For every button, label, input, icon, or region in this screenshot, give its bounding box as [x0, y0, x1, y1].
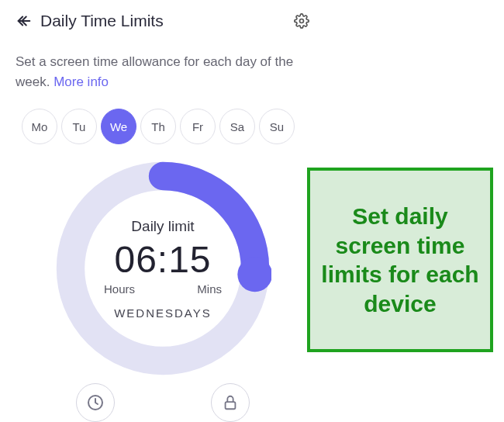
- time-units-row: Hours Mins: [93, 282, 233, 296]
- day-button-th[interactable]: Th: [140, 109, 176, 144]
- time-limit-dial[interactable]: Daily limit 06:15 Hours Mins WEDNESDAYS: [54, 160, 271, 377]
- mins-label: Mins: [197, 282, 222, 296]
- day-selector-row: MoTuWeThFrSaSu: [16, 109, 310, 144]
- day-button-fr[interactable]: Fr: [180, 109, 216, 144]
- daily-limit-label: Daily limit: [93, 218, 233, 235]
- app-screen: Daily Time Limits Set a screen time allo…: [0, 0, 326, 422]
- back-arrow-icon[interactable]: [16, 12, 33, 29]
- block-all-day-button[interactable]: Block all day: [198, 383, 263, 422]
- clock-icon: [76, 383, 115, 422]
- settings-gear-icon[interactable]: [293, 12, 310, 29]
- quick-actions-row: Allow all day Block all day: [16, 383, 310, 422]
- day-button-tu[interactable]: Tu: [61, 109, 97, 144]
- more-info-link[interactable]: More info: [54, 74, 109, 89]
- annotation-callout: Set daily screen time limits for each de…: [307, 168, 493, 352]
- page-title: Daily Time Limits: [40, 12, 293, 30]
- daily-limit-time: 06:15: [93, 238, 233, 281]
- day-button-mo[interactable]: Mo: [22, 109, 57, 144]
- callout-text: Set daily screen time limits for each de…: [321, 202, 479, 318]
- day-button-su[interactable]: Su: [259, 109, 295, 144]
- allow-all-day-button[interactable]: Allow all day: [63, 383, 127, 422]
- day-button-we[interactable]: We: [101, 109, 136, 144]
- svg-point-2: [300, 19, 304, 23]
- selected-day-name: WEDNESDAYS: [93, 306, 233, 320]
- description-text: Set a screen time allowance for each day…: [16, 52, 310, 92]
- svg-rect-7: [225, 402, 235, 409]
- lock-icon: [211, 383, 250, 422]
- svg-point-5: [237, 257, 271, 292]
- dial-center-readout: Daily limit 06:15 Hours Mins WEDNESDAYS: [93, 218, 233, 320]
- hours-label: Hours: [104, 282, 135, 296]
- header-bar: Daily Time Limits: [16, 12, 310, 30]
- day-button-sa[interactable]: Sa: [219, 109, 255, 144]
